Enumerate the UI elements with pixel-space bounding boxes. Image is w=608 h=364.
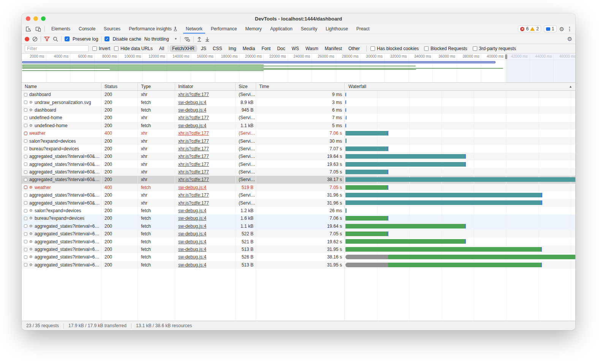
table-row[interactable]: ⚙bureau?expand=devices200fetchsw-debug.j… bbox=[22, 214, 575, 222]
row-checkbox[interactable] bbox=[24, 232, 27, 236]
export-har-icon[interactable] bbox=[205, 36, 210, 42]
errors-warnings-badge[interactable]: ✕ 6 2 bbox=[518, 25, 541, 32]
tab-network[interactable]: Network bbox=[182, 24, 207, 34]
table-row[interactable]: aggregated_states?interval=60&…200xhrxhr… bbox=[22, 153, 575, 160]
clear-icon[interactable] bbox=[32, 36, 38, 42]
network-conditions-icon[interactable] bbox=[184, 36, 190, 42]
initiator-link[interactable]: xhr.js?cdfe:177 bbox=[178, 92, 209, 97]
row-checkbox[interactable] bbox=[24, 132, 27, 135]
initiator-link[interactable]: sw-debug.js:4 bbox=[178, 231, 206, 236]
filter-type-other[interactable]: Other bbox=[346, 45, 363, 52]
column-header-status[interactable]: Status bbox=[101, 83, 138, 90]
table-row[interactable]: bureau?expand=devices200xhrxhr.js?cdfe:1… bbox=[22, 145, 575, 153]
tab-sources[interactable]: Sources bbox=[100, 24, 125, 34]
timeline-overview[interactable]: 2000 ms4000 ms6000 ms8000 ms10000 ms1200… bbox=[22, 54, 575, 83]
row-checkbox[interactable] bbox=[24, 116, 27, 120]
filter-type-all[interactable]: All bbox=[157, 45, 167, 52]
table-row[interactable]: aggregated_states?interval=60&…200xhrxhr… bbox=[22, 168, 575, 176]
row-checkbox[interactable] bbox=[24, 162, 27, 166]
table-row[interactable]: ⚙aggregated_states?interval=6…200fetchsw… bbox=[22, 238, 575, 245]
initiator-link[interactable]: sw-debug.js:4 bbox=[178, 262, 206, 268]
table-row[interactable]: ⚙weather400fetchsw-debug.js:4519 B7.05 s bbox=[22, 184, 575, 191]
table-row[interactable]: weather400xhrxhr.js?cdfe:177(Servi…7.06 … bbox=[22, 129, 575, 137]
column-header-initiator[interactable]: Initiator bbox=[175, 83, 236, 90]
initiator-link[interactable]: sw-debug.js:4 bbox=[178, 123, 206, 128]
initiator-link[interactable]: xhr.js?cdfe:177 bbox=[178, 169, 209, 175]
device-toolbar-icon[interactable] bbox=[34, 25, 42, 33]
table-row[interactable]: ⚙undraw_personalization.svg200fetchsw-de… bbox=[22, 98, 575, 106]
filter-input[interactable] bbox=[25, 45, 89, 52]
tab-lighthouse[interactable]: Lighthouse bbox=[321, 24, 352, 34]
table-row[interactable]: ⚙salon?expand=devices200fetchsw-debug.js… bbox=[22, 207, 575, 214]
table-row[interactable]: ⚙aggregated_states?interval=6…200fetchsw… bbox=[22, 246, 575, 253]
row-checkbox[interactable] bbox=[24, 170, 27, 174]
row-checkbox[interactable] bbox=[24, 255, 27, 259]
row-checkbox[interactable] bbox=[24, 124, 27, 127]
table-row[interactable]: ⚙aggregated_states?interval=6…200fetchsw… bbox=[22, 261, 575, 269]
initiator-link[interactable]: sw-debug.js:4 bbox=[178, 185, 206, 190]
filter-type-img[interactable]: Img bbox=[226, 45, 239, 52]
initiator-link[interactable]: xhr.js?cdfe:177 bbox=[178, 200, 209, 206]
import-har-icon[interactable] bbox=[197, 36, 202, 42]
filter-type-js[interactable]: JS bbox=[198, 45, 209, 52]
tab-performance[interactable]: Performance bbox=[207, 24, 241, 34]
record-icon[interactable] bbox=[25, 37, 29, 41]
hide-data-urls-checkbox[interactable]: Hide data URLs bbox=[114, 46, 153, 51]
row-checkbox[interactable] bbox=[24, 201, 27, 205]
initiator-link[interactable]: sw-debug.js:4 bbox=[178, 208, 206, 213]
initiator-link[interactable]: sw-debug.js:4 bbox=[178, 247, 206, 252]
initiator-link[interactable]: sw-debug.js:4 bbox=[178, 224, 206, 229]
row-checkbox[interactable] bbox=[24, 240, 27, 243]
tab-preact[interactable]: Preact bbox=[352, 24, 374, 34]
initiator-link[interactable]: xhr.js?cdfe:177 bbox=[178, 192, 209, 198]
network-settings-icon[interactable]: ⚙ bbox=[567, 36, 572, 42]
tab-application[interactable]: Application bbox=[266, 24, 297, 34]
table-row[interactable]: ⚙undefined-home200fetchsw-debug.js:41.1 … bbox=[22, 122, 575, 129]
initiator-link[interactable]: xhr.js?cdfe:177 bbox=[178, 115, 209, 120]
row-checkbox[interactable] bbox=[24, 139, 27, 143]
column-header-size[interactable]: Size bbox=[236, 83, 256, 90]
row-checkbox[interactable] bbox=[24, 155, 27, 158]
row-checkbox[interactable] bbox=[24, 248, 27, 251]
inspect-element-icon[interactable] bbox=[24, 25, 32, 33]
more-menu-icon[interactable]: ⋮ bbox=[567, 26, 572, 32]
initiator-link[interactable]: xhr.js?cdfe:177 bbox=[178, 139, 209, 144]
filter-type-media[interactable]: Media bbox=[240, 45, 258, 52]
table-row[interactable]: aggregated_states?interval=60&…200xhrxhr… bbox=[22, 176, 575, 183]
initiator-link[interactable]: xhr.js?cdfe:177 bbox=[178, 146, 209, 151]
filter-type-fetch-xhr[interactable]: Fetch/XHR bbox=[169, 45, 197, 52]
filter-type-wasm[interactable]: Wasm bbox=[303, 45, 321, 52]
filter-type-manifest[interactable]: Manifest bbox=[322, 45, 344, 52]
preserve-log-checkbox[interactable] bbox=[65, 36, 70, 41]
tab-performance-insights[interactable]: Performance insights bbox=[125, 24, 182, 34]
table-row[interactable]: aggregated_states?interval=60&…200xhrxhr… bbox=[22, 199, 575, 206]
settings-icon[interactable]: ⚙ bbox=[559, 26, 564, 32]
table-row[interactable]: dashboard200xhrxhr.js?cdfe:177(Servi…9 m… bbox=[22, 91, 575, 98]
filter-icon[interactable] bbox=[44, 36, 50, 41]
table-row[interactable]: salon?expand=devices200xhrxhr.js?cdfe:17… bbox=[22, 137, 575, 145]
row-checkbox[interactable] bbox=[24, 224, 27, 228]
initiator-link[interactable]: sw-debug.js:4 bbox=[178, 216, 206, 221]
filter-type-doc[interactable]: Doc bbox=[274, 45, 288, 52]
row-checkbox[interactable] bbox=[24, 147, 27, 150]
filter-has-blocked-cookies[interactable]: Has blocked cookies bbox=[370, 46, 419, 51]
filter-type-ws[interactable]: WS bbox=[289, 45, 302, 52]
table-row[interactable]: ⚙aggregated_states?interval=6…200fetchsw… bbox=[22, 222, 575, 230]
initiator-link[interactable]: xhr.js?cdfe:177 bbox=[178, 131, 209, 136]
row-checkbox[interactable] bbox=[24, 194, 27, 197]
initiator-link[interactable]: xhr.js?cdfe:177 bbox=[178, 154, 209, 159]
initiator-link[interactable]: sw-debug.js:4 bbox=[178, 239, 206, 244]
initiator-link[interactable]: sw-debug.js:4 bbox=[178, 254, 206, 260]
filter-type-font[interactable]: Font bbox=[259, 45, 273, 52]
row-checkbox[interactable] bbox=[24, 93, 27, 96]
tab-security[interactable]: Security bbox=[297, 24, 321, 34]
tab-memory[interactable]: Memory bbox=[241, 24, 266, 34]
table-row[interactable]: aggregated_states?interval=60&…200xhrxhr… bbox=[22, 161, 575, 168]
column-header-type[interactable]: Type bbox=[138, 83, 175, 90]
table-row[interactable]: aggregated_states?interval=60&…200xhrxhr… bbox=[22, 191, 575, 199]
column-header-name[interactable]: Name bbox=[22, 83, 101, 90]
table-row[interactable]: undefined-home200xhrxhr.js?cdfe:177(Serv… bbox=[22, 114, 575, 121]
initiator-link[interactable]: xhr.js?cdfe:177 bbox=[178, 162, 209, 167]
table-row[interactable]: ⚙aggregated_states?interval=6…200fetchsw… bbox=[22, 230, 575, 238]
initiator-link[interactable]: sw-debug.js:4 bbox=[178, 107, 206, 113]
